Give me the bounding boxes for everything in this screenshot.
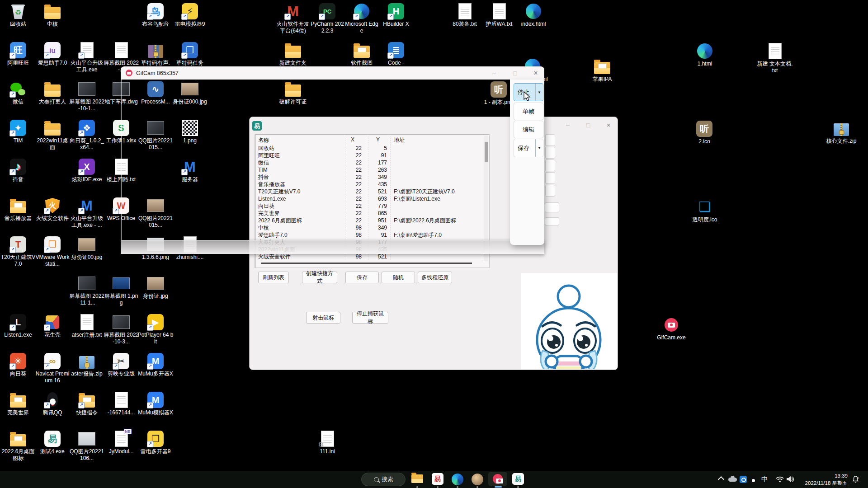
hidden-side-button[interactable]	[545, 217, 559, 225]
window-minimize-button[interactable]: –	[562, 121, 573, 130]
desktop-icon[interactable]: 身份证000.jpg	[172, 80, 208, 105]
desktop-icon[interactable]: atser注册.txt	[69, 313, 105, 338]
desktop-icon[interactable]: 腾讯QQ	[34, 391, 71, 416]
desktop-icon[interactable]: 大奉打更人	[34, 80, 71, 105]
desktop-icon[interactable]: M服务器	[172, 158, 208, 183]
gifcam-close-button[interactable]: ×	[530, 69, 541, 78]
desktop-icon[interactable]: 快捷指令	[69, 391, 105, 416]
desktop-icon[interactable]: 听2.ico	[686, 120, 722, 145]
desktop-icon[interactable]: 草特码有声.	[137, 41, 174, 66]
desktop-icon[interactable]: 软件截图	[344, 41, 380, 66]
table-row[interactable]: Listen1.exe22693F:\桌面\Listen1.exe	[255, 195, 484, 202]
gifcam-save-button[interactable]: 保存▼	[514, 139, 543, 157]
desktop-icon[interactable]: ❖向日葵_1.0.2_x64...	[69, 119, 105, 151]
elang-teal-app-button[interactable]: 易	[512, 473, 524, 485]
gifcam-minimize-button[interactable]: –	[489, 69, 500, 78]
desktop-icon[interactable]: 火山平台升级工具.exe	[69, 41, 105, 73]
desktop-icon[interactable]: MMuMu多开器X	[137, 352, 174, 377]
shoot-mouse-button[interactable]: 射击鼠标	[306, 312, 340, 324]
chevron-down-icon[interactable]: ▼	[536, 90, 543, 94]
horizontal-scrollbar[interactable]	[261, 263, 472, 264]
stop-capture-mouse-button[interactable]: 停止捕获鼠标	[352, 312, 388, 324]
desktop-icon[interactable]: ⚡雷电模拟器9	[172, 2, 208, 28]
desktop-icon[interactable]: 身份证00.jpg	[69, 235, 105, 261]
desktop-icon[interactable]: 中核	[34, 2, 71, 28]
gifcam-maximize-button[interactable]: □	[509, 69, 520, 78]
desktop-icon[interactable]: QQ图片20221015...	[137, 197, 174, 229]
desktop-icon[interactable]: ∞Navicat Premium 16	[34, 352, 71, 384]
file-explorer-button[interactable]	[411, 474, 423, 483]
desktop-icon[interactable]: 身份证.jpg	[137, 274, 174, 300]
desktop-icon[interactable]: ❏透明度.ico	[687, 198, 723, 223]
desktop-icon[interactable]: QQ图片20221015...	[137, 119, 174, 151]
desktop-icon[interactable]: 屏幕截图 2022-10-1...	[69, 80, 105, 112]
desktop-icon[interactable]: MMuMu模拟器X	[137, 391, 174, 416]
hidden-side-button[interactable]	[545, 185, 555, 197]
table-row[interactable]: 微信22177	[255, 159, 484, 166]
chevron-down-icon[interactable]: ▼	[536, 146, 543, 150]
edge-button[interactable]	[452, 474, 463, 485]
table-row[interactable]: 爱思助手7.09891F:\桌面\爱思助手7.0	[255, 231, 484, 239]
desktop-icon[interactable]: GifCam.exe	[653, 316, 689, 341]
desktop-icon[interactable]: 音乐播放器	[0, 197, 36, 222]
hidden-side-button[interactable]	[545, 202, 559, 212]
table-row[interactable]: T20天正建筑V7.022521F:\桌面\T20天正建筑V7.0	[255, 188, 484, 195]
desktop-icon[interactable]: 护盾WA.txt	[481, 2, 517, 28]
hidden-side-button[interactable]	[545, 172, 555, 184]
start-button[interactable]	[344, 473, 357, 486]
refresh-list-button[interactable]: 刷新列表	[258, 272, 289, 283]
multithread-restore-button[interactable]: 多线程还原	[418, 272, 452, 283]
table-row[interactable]: TIM22263	[255, 166, 484, 174]
table-row[interactable]: 抖音22349	[255, 174, 484, 181]
desktop-icon[interactable]: LListen1.exe	[0, 313, 36, 338]
tray-expand-button[interactable]	[719, 475, 723, 482]
desktop-icon[interactable]: 易测试4.exe	[34, 430, 71, 455]
desktop-icon[interactable]: TT20天正建筑V7.0	[0, 235, 36, 267]
window-close-button[interactable]: ×	[603, 121, 614, 130]
elang-red-app-button[interactable]: 易	[432, 473, 443, 485]
desktop-icon[interactable]: 旺阿里旺旺	[0, 41, 36, 66]
desktop-icon[interactable]: 屏幕截图 1.png	[103, 274, 139, 306]
desktop-icon[interactable]: index.html	[515, 2, 552, 28]
onedrive-tray-icon[interactable]	[728, 478, 737, 482]
volume-indicator[interactable]	[786, 476, 794, 483]
desktop-icon[interactable]: 2022win11桌面	[34, 119, 71, 151]
desktop-icon[interactable]: ✳向日葵	[0, 352, 36, 377]
desktop-icon[interactable]: ♪抖音	[0, 158, 36, 183]
desktop-icon[interactable]: 苹果IPA	[584, 57, 620, 83]
table-row[interactable]: 完美世界22865	[255, 210, 484, 217]
desktop-icon[interactable]: 屏幕截图 2022-11-1...	[69, 274, 105, 306]
desktop-icon[interactable]: 1.png	[172, 119, 208, 144]
desktop-icon[interactable]: M火山软件开发平台(64位)	[275, 2, 311, 34]
create-shortcut-button[interactable]: 创建快捷方式	[302, 272, 337, 283]
table-row[interactable]: 回收站225	[255, 145, 484, 152]
gifcam-edit-button[interactable]: 编辑	[514, 121, 543, 138]
desktop-icon[interactable]: 1.html	[687, 42, 723, 67]
user-avatar-button[interactable]	[472, 474, 483, 485]
clock[interactable]: 13:39 2022/11/18 星期五	[798, 472, 848, 487]
desktop-icon[interactable]: ❐雷电多开器9	[137, 430, 174, 455]
desktop-icon[interactable]: 新建 文本文档.txt	[757, 42, 793, 74]
random-button[interactable]: 随机	[382, 272, 415, 283]
desktop-icon[interactable]: Microsoft Edge	[344, 2, 380, 34]
desktop-icon[interactable]: 屏幕截图 2022-10-3...	[103, 313, 139, 345]
desktop-icon[interactable]: 花生壳	[34, 313, 71, 338]
scrollbar-thumb[interactable]	[485, 142, 488, 162]
desktop-icon[interactable]: ❒VMware Workstati...	[34, 235, 71, 267]
desktop-icon[interactable]: PCPyCharm 2022.2.3	[309, 2, 345, 34]
desktop-icon[interactable]: ∿ProcessM...	[137, 80, 174, 105]
desktop-icon[interactable]: 新建文件夹	[275, 41, 311, 66]
desktop-icon[interactable]: ▶PotPlayer 64 bit	[137, 313, 174, 345]
notification-bell[interactable]: z	[852, 475, 859, 483]
desktop-icon[interactable]: -1667144...	[103, 391, 139, 416]
desktop-icon[interactable]: aster报告.zip	[69, 352, 105, 377]
desktop-icon[interactable]: M火山平台升级工具.exe - ...	[69, 197, 105, 229]
desktop-icon[interactable]: QQ图片20221106...	[69, 430, 105, 462]
desktop-icon[interactable]: ✂剪映专业版	[103, 352, 139, 377]
desktop-icon[interactable]: ≣Code -	[378, 41, 414, 66]
window-maximize-button[interactable]: □	[583, 121, 594, 130]
desktop-icon[interactable]: ✦TIM	[0, 119, 36, 144]
gifcam-frame-button[interactable]: 单帧	[514, 103, 543, 120]
table-row[interactable]: 2022.6月桌面图标22951F:\桌面\2022.6月桌面图标	[255, 217, 484, 224]
table-row[interactable]: 向日葵22779	[255, 202, 484, 210]
